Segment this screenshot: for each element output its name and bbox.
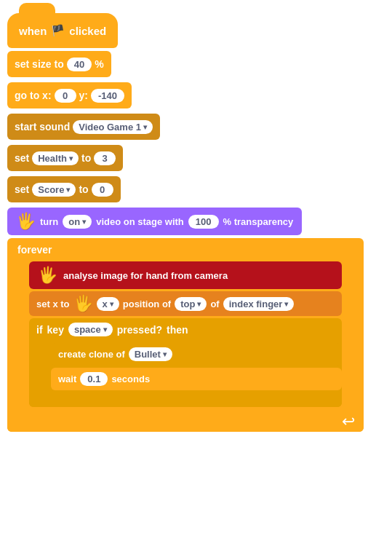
wait-label-pre: wait (58, 374, 76, 384)
y-label: y: (79, 90, 88, 101)
chevron-down-icon: ▾ (103, 325, 107, 333)
video-label-mid: video on stage with (96, 216, 184, 227)
create-clone-block[interactable]: create clone of Bullet ▾ (51, 343, 342, 366)
key-dropdown[interactable]: space ▾ (68, 323, 113, 336)
if-label-pre: if (36, 324, 43, 336)
set-health-label-mid: to (81, 152, 91, 164)
loop-arrow-icon: ↩ (342, 412, 355, 431)
score-value[interactable]: 0 (92, 183, 113, 197)
hand-icon-analyse: 🖐 (38, 267, 57, 283)
if-block[interactable]: if key space ▾ pressed? then create clon… (29, 318, 342, 407)
y-value[interactable]: -140 (91, 89, 124, 103)
set-x-label-post: of (210, 299, 219, 309)
score-variable-dropdown[interactable]: Score ▾ (32, 183, 76, 197)
video-label-post: % transparency (223, 216, 294, 227)
forever-block[interactable]: forever 🖐 analyse image for hand from ca… (7, 238, 364, 432)
set-score-label-pre: set (15, 183, 29, 195)
analyse-block[interactable]: 🖐 analyse image for hand from camera (29, 261, 342, 289)
if-inner: create clone of Bullet ▾ wait 0.1 second… (51, 341, 342, 392)
go-to-block[interactable]: go to x: 0 y: -140 (7, 82, 132, 108)
on-off-dropdown[interactable]: on ▾ (63, 215, 92, 229)
clone-target-dropdown[interactable]: Bullet ▾ (129, 347, 172, 361)
chevron-down-icon: ▾ (110, 300, 113, 308)
chevron-down-icon: ▾ (143, 123, 147, 131)
forever-bottom: ↩ (7, 411, 364, 432)
hat-label-post: clicked (69, 25, 106, 37)
set-score-label-mid: to (79, 183, 88, 195)
if-header: if key space ▾ pressed? then (29, 318, 342, 341)
hat-label-pre: when (19, 25, 47, 37)
transparency-value[interactable]: 100 (188, 215, 219, 229)
set-health-label-pre: set (15, 152, 29, 164)
block-stack: when 🏴 clicked set size to 40 % go to x:… (0, 0, 392, 439)
chevron-down-icon: ▾ (69, 154, 73, 162)
flag-icon: 🏴 (51, 24, 65, 37)
forever-label: forever (7, 238, 62, 261)
set-x-label-mid: position of (123, 299, 171, 309)
x-value[interactable]: 0 (55, 89, 76, 103)
size-value[interactable]: 40 (67, 58, 92, 71)
set-score-block[interactable]: set Score ▾ to 0 (7, 176, 121, 202)
sound-dropdown[interactable]: Video Game 1 ▾ (73, 120, 153, 134)
wait-value[interactable]: 0.1 (80, 372, 108, 386)
score-variable: Score (38, 184, 64, 195)
space-value: space (74, 324, 101, 335)
finger-value: index finger (229, 299, 283, 309)
chevron-down-icon: ▾ (284, 300, 288, 308)
clone-target: Bullet (135, 349, 161, 360)
go-to-label: go to x: (15, 90, 52, 101)
set-x-block[interactable]: set x to 🖐 x ▾ position of top ▾ of inde… (29, 291, 342, 316)
health-value[interactable]: 3 (94, 151, 116, 165)
position-dropdown[interactable]: top ▾ (175, 297, 207, 311)
hand-icon-setx: 🖐 (73, 296, 93, 312)
analyse-label: analyse image for hand from camera (63, 270, 228, 281)
position-value: top (180, 299, 195, 309)
health-variable: Health (38, 153, 67, 164)
sound-value: Video Game 1 (79, 122, 141, 133)
hat-block[interactable]: when 🏴 clicked (7, 13, 118, 48)
wait-block[interactable]: wait 0.1 seconds (51, 368, 342, 390)
start-sound-label: start sound (15, 121, 70, 133)
create-clone-label: create clone of (58, 349, 125, 360)
video-block[interactable]: 🖐 turn on ▾ video on stage with 100 % tr… (7, 208, 302, 235)
set-x-label-pre: set x to (36, 299, 70, 309)
axis-dropdown[interactable]: x ▾ (97, 297, 119, 311)
axis-value: x (103, 299, 108, 309)
size-unit: % (95, 58, 103, 70)
health-variable-dropdown[interactable]: Health ▾ (32, 151, 79, 165)
set-health-block[interactable]: set Health ▾ to 3 (7, 145, 123, 171)
key-label: key (47, 324, 64, 336)
video-label-pre: turn (40, 216, 58, 227)
if-bottom (29, 392, 342, 407)
chevron-down-icon: ▾ (82, 218, 86, 226)
forever-inner: 🖐 analyse image for hand from camera set… (29, 261, 342, 411)
set-size-block[interactable]: set size to 40 % (7, 51, 111, 77)
if-label-post: then (167, 324, 188, 336)
on-value: on (68, 216, 80, 227)
chevron-down-icon: ▾ (66, 186, 70, 194)
set-size-label: set size to (15, 58, 64, 70)
hand-icon-video: 🖐 (16, 213, 36, 229)
chevron-down-icon: ▾ (197, 300, 201, 308)
wait-label-post: seconds (111, 374, 150, 384)
chevron-down-icon: ▾ (163, 350, 167, 358)
finger-dropdown[interactable]: index finger ▾ (223, 297, 295, 311)
if-label-mid: pressed? (117, 324, 162, 336)
start-sound-block[interactable]: start sound Video Game 1 ▾ (7, 114, 160, 140)
